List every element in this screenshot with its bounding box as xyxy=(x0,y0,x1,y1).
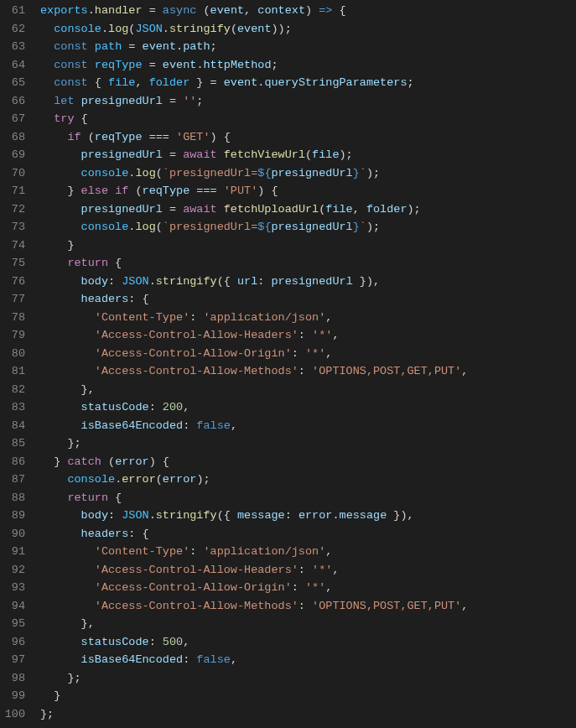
token-def xyxy=(264,275,271,288)
token-prop: statusCode xyxy=(81,636,149,648)
line-number: 89 xyxy=(0,507,25,525)
code-line[interactable]: const { file, folder } = event.queryStri… xyxy=(40,74,576,92)
code-line[interactable]: 'Access-Control-Allow-Headers': '*', xyxy=(40,326,576,345)
token-def: ) { xyxy=(149,455,169,468)
token-var: folder xyxy=(149,76,190,89)
token-str: 'Access-Control-Allow-Methods' xyxy=(95,600,298,612)
token-prop: presignedUrl xyxy=(81,148,163,161)
code-line[interactable]: } xyxy=(40,237,576,255)
code-line[interactable]: console.log(`presignedUrl=${presignedUrl… xyxy=(40,164,576,183)
token-prop: url xyxy=(237,275,257,288)
line-number: 92 xyxy=(0,561,25,580)
code-line[interactable]: isBase64Encoded: false, xyxy=(40,417,576,435)
token-def: = xyxy=(163,148,183,161)
token-def: ) xyxy=(305,4,319,17)
token-def: } = xyxy=(189,76,224,89)
code-line[interactable]: 'Access-Control-Allow-Methods': 'OPTIONS… xyxy=(40,362,576,381)
code-line[interactable]: 'Access-Control-Allow-Headers': '*', xyxy=(40,561,576,580)
token-def: ; xyxy=(272,59,278,71)
token-str: 'PUT' xyxy=(224,185,258,197)
token-def xyxy=(156,401,163,413)
code-line[interactable]: } xyxy=(40,687,576,705)
token-str: `presignedUrl= xyxy=(163,221,257,233)
code-line[interactable]: 'Content-Type': 'application/json', xyxy=(40,309,576,327)
line-number: 100 xyxy=(0,705,25,724)
code-line[interactable]: statusCode: 200, xyxy=(40,398,576,417)
line-number: 77 xyxy=(0,290,25,309)
code-line[interactable]: return { xyxy=(40,254,576,273)
token-var: console xyxy=(81,167,129,179)
code-line[interactable]: body: JSON.stringify({ message: error.me… xyxy=(40,507,576,525)
token-var: reqType xyxy=(95,59,143,71)
token-def: : xyxy=(149,636,156,648)
token-prop: event xyxy=(224,76,258,89)
token-def: }, xyxy=(81,383,95,396)
token-def: { xyxy=(108,491,122,504)
code-line[interactable]: } else if (reqType === 'PUT') { xyxy=(40,182,576,200)
code-line[interactable]: return { xyxy=(40,489,576,507)
token-def: . xyxy=(149,509,156,522)
code-line[interactable]: presignedUrl = await fetchUploadUrl(file… xyxy=(40,200,576,219)
token-var: JSON xyxy=(122,275,148,288)
code-line[interactable]: 'Content-Type': 'application/json', xyxy=(40,543,576,561)
code-line[interactable]: 'Access-Control-Allow-Origin': '*', xyxy=(40,579,576,597)
token-def xyxy=(305,365,312,377)
code-line[interactable]: console.error(error); xyxy=(40,471,576,489)
line-number: 94 xyxy=(0,597,25,616)
code-line[interactable]: if (reqType === 'GET') { xyxy=(40,128,576,147)
token-str: ` xyxy=(360,167,366,179)
token-def: : xyxy=(292,581,298,594)
code-line[interactable]: console.log(JSON.stringify(event)); xyxy=(40,20,576,39)
line-number: 83 xyxy=(0,398,25,417)
code-line[interactable]: body: JSON.stringify({ url: presignedUrl… xyxy=(40,273,576,291)
line-number: 91 xyxy=(0,543,25,561)
line-number: 70 xyxy=(0,164,25,183)
code-line[interactable]: }; xyxy=(40,669,576,688)
code-line[interactable]: 'Access-Control-Allow-Origin': '*', xyxy=(40,345,576,363)
token-str: 'Access-Control-Allow-Headers' xyxy=(95,564,298,576)
line-number: 75 xyxy=(0,254,25,273)
code-line[interactable]: } catch (error) { xyxy=(40,453,576,471)
code-line[interactable]: let presignedUrl = ''; xyxy=(40,92,576,111)
token-def: { xyxy=(88,76,108,89)
token-fn: error xyxy=(122,473,156,486)
code-line[interactable]: headers: { xyxy=(40,290,576,309)
token-def: ) { xyxy=(257,185,278,197)
token-def: ); xyxy=(366,167,380,179)
token-def xyxy=(298,581,305,594)
token-str: 'GET' xyxy=(176,131,210,143)
code-line[interactable]: }, xyxy=(40,615,576,633)
token-fn: stringify xyxy=(156,275,217,288)
token-def: , xyxy=(325,311,332,324)
code-line[interactable]: isBase64Encoded: false, xyxy=(40,651,576,669)
token-prop: presignedUrl xyxy=(271,221,352,233)
token-prop: headers xyxy=(81,293,129,305)
code-line[interactable]: statusCode: 500, xyxy=(40,633,576,652)
code-line[interactable]: presignedUrl = await fetchViewUrl(file); xyxy=(40,146,576,164)
token-def xyxy=(88,40,95,53)
code-line[interactable]: }; xyxy=(40,434,576,453)
code-line[interactable]: 'Access-Control-Allow-Methods': 'OPTIONS… xyxy=(40,597,576,616)
code-line[interactable]: headers: { xyxy=(40,525,576,543)
code-line[interactable]: const reqType = event.httpMethod; xyxy=(40,56,576,75)
line-number: 95 xyxy=(0,615,25,633)
token-fn: log xyxy=(135,221,155,233)
code-line[interactable]: }, xyxy=(40,381,576,399)
line-number: 61 xyxy=(0,2,25,20)
code-line[interactable]: console.log(`presignedUrl=${presignedUrl… xyxy=(40,218,576,237)
code-line[interactable]: const path = event.path; xyxy=(40,38,576,56)
code-editor[interactable]: 6162636465666768697071727374757677787980… xyxy=(0,0,576,723)
token-prop: error xyxy=(163,473,197,486)
code-line[interactable]: try { xyxy=(40,110,576,128)
token-def: ( xyxy=(81,131,95,143)
token-def: . xyxy=(101,23,108,35)
token-def xyxy=(75,95,81,107)
code-line[interactable]: }; xyxy=(40,705,576,724)
code-area[interactable]: exports.handler = async (event, context)… xyxy=(40,2,576,723)
line-number: 82 xyxy=(0,381,25,399)
token-def: }), xyxy=(387,509,413,522)
line-number: 79 xyxy=(0,326,25,345)
code-line[interactable]: exports.handler = async (event, context)… xyxy=(40,2,576,20)
token-def: . xyxy=(176,40,183,53)
token-kw: await xyxy=(183,203,217,216)
